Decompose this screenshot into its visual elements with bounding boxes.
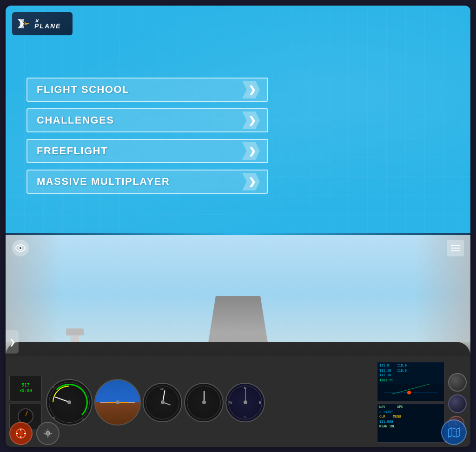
attitude-center [116,400,119,404]
svg-point-7 [19,431,23,436]
multiplayer-label: MASSIVE MULTIPLAYER [37,176,170,188]
flight-school-arrow: ❯ [242,81,260,98]
airspeed-label: 200 [84,383,89,386]
airspeed-label4: 180 [81,418,85,421]
hamburger-line-2 [451,248,460,249]
autopilot-icon [15,427,27,439]
gps-map-display [377,384,444,401]
nav-line-1: NAV GPS [379,405,442,410]
freeflight-chevron-icon: ❯ [248,145,256,157]
challenges-button[interactable]: CHALLENGES ❯ [26,108,268,132]
map-icon [447,426,461,439]
heading-center [244,400,247,404]
vsi-center [202,400,206,404]
eye-view-button[interactable] [12,240,29,256]
engine-data-text: 51730:00 [19,383,32,393]
vertical-speed-indicator [184,383,224,422]
eye-icon [15,244,26,252]
hamburger-line-1 [451,245,460,246]
nav-line-2: → +125° [379,410,442,415]
gps-line-1: 121.9 118.0 [379,363,442,368]
heading-w: W [229,401,232,404]
right-displays: 121.9 118.0 111.10 110.6 111.10 1561 ft [377,362,444,443]
settings-icon [42,427,54,439]
altimeter-center [161,400,165,404]
bottom-right-button [441,419,467,445]
hamburger-line-3 [451,250,460,251]
bottom-left-buttons [9,422,60,445]
fuel-needle [26,411,28,417]
airspeed-center [67,400,71,404]
logo-plane-label: PLANE [34,23,61,29]
multiplayer-button[interactable]: MASSIVE MULTIPLAYER ❯ [26,170,268,194]
nav-data-display: NAV GPS → +125° CLR MENU 121.900 KSAN 18… [377,404,444,442]
altimeter-label-top: ALT [160,387,165,390]
engine-gauge-display: 51730:00 [9,376,42,401]
app-logo: ✕ PLANE [12,12,73,35]
freeflight-label: FREEFLIGHT [37,145,108,157]
main-menu: FLIGHT SCHOOL ❯ CHALLENGES ❯ FREEFLIGHT … [26,78,268,194]
heading-indicator: N S W E [225,383,265,422]
challenges-chevron-icon: ❯ [248,115,256,126]
logo-icon [17,16,32,31]
airspeed-label2: 140 [51,386,54,388]
map-button[interactable] [441,419,467,445]
freeflight-button[interactable]: FREEFLIGHT ❯ [26,139,268,163]
heading-s: S [244,415,246,419]
gps-display-bottom: NAV GPS → +125° CLR MENU 121.900 KSAN 18… [377,403,444,443]
nav-line-5: KSAN 18L [379,424,442,429]
nav-line-3: CLR MENU [379,414,442,419]
nav-line-4: 121.900 [379,419,442,425]
knob-1[interactable] [448,373,467,392]
svg-point-13 [46,432,49,435]
svg-marker-15 [449,428,460,437]
flight-school-button[interactable]: FLIGHT SCHOOL ❯ [26,78,268,102]
sim-menu-button[interactable] [447,240,464,256]
expand-chevron-icon: ❯ [9,338,15,347]
knob-2[interactable] [448,394,467,413]
challenges-arrow: ❯ [242,111,260,129]
gps-line-4: 1561 ft [379,378,442,383]
attitude-sky [95,380,140,402]
left-data-cluster: 51730:00 [9,376,42,429]
gps-line-2: 111.10 110.6 [379,368,442,373]
svg-marker-2 [24,22,30,25]
multiplayer-arrow: ❯ [242,173,260,190]
gps-freq-display: 121.9 118.0 111.10 110.6 111.10 1561 ft [377,362,444,384]
settings-button[interactable] [36,422,60,445]
challenges-label: CHALLENGES [37,114,114,126]
main-instruments-row: 200 140 160 180 [46,379,374,426]
map-position-dot [407,391,411,394]
cockpit-overlay: 51730:00 200 [6,342,470,447]
svg-point-5 [20,247,21,249]
multiplayer-chevron-icon: ❯ [248,176,256,187]
airspeed-indicator: 200 140 160 180 [46,379,93,426]
heading-e: E [259,401,261,404]
top-menu-panel: ✕ PLANE FLIGHT SCHOOL ❯ CHALLENGES ❯ FRE… [6,6,470,233]
instrument-panel: 51730:00 200 [6,356,470,447]
arrow-chevron-icon: ❯ [248,84,256,95]
autopilot-button[interactable] [9,422,33,445]
gps-line-3: 111.10 [379,373,442,378]
flight-school-label: FLIGHT SCHOOL [37,84,129,96]
simulator-panel: ❯ 51730:00 [6,235,470,447]
gps-display-top: 121.9 118.0 111.10 110.6 111.10 1561 ft [377,362,444,401]
freeflight-arrow: ❯ [242,142,260,160]
attitude-indicator [94,379,141,426]
altimeter: ALT [143,383,182,422]
airspeed-label3: 160 [52,416,55,419]
app-container: ✕ PLANE FLIGHT SCHOOL ❯ CHALLENGES ❯ FRE… [6,6,470,447]
attitude-ground [95,402,140,425]
tower-top [66,328,84,335]
expand-panel-tab[interactable]: ❯ [6,330,19,354]
